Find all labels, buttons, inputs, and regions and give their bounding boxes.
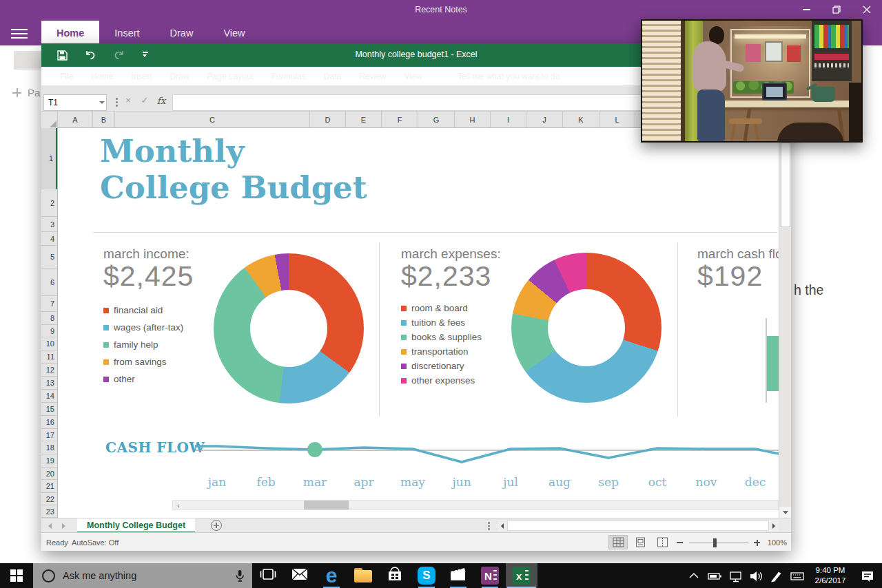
hamburger-menu-icon[interactable] bbox=[11, 29, 28, 39]
taskbar-icon-skype[interactable]: S bbox=[411, 563, 442, 588]
name-box-dropdown-icon[interactable] bbox=[99, 101, 105, 104]
row-header-19[interactable]: 19 bbox=[41, 454, 57, 468]
scrollbar-thumb[interactable] bbox=[304, 501, 349, 510]
cancel-entry-button[interactable]: × bbox=[121, 95, 135, 105]
column-header-k[interactable]: K bbox=[563, 112, 599, 128]
zoom-in-button[interactable] bbox=[754, 542, 760, 543]
close-button[interactable] bbox=[852, 0, 882, 19]
ribbon-tab-page-layout[interactable]: Page Layout bbox=[198, 72, 262, 81]
previous-sheet-icon[interactable] bbox=[48, 523, 52, 529]
ribbon-tab-draw[interactable]: Draw bbox=[161, 72, 198, 81]
insert-function-button[interactable]: fx bbox=[154, 95, 168, 106]
minimize-button[interactable] bbox=[791, 0, 821, 19]
chart-horizontal-scrollbar[interactable]: ‹ bbox=[172, 500, 779, 510]
row-header-15[interactable]: 15 bbox=[41, 403, 57, 416]
new-sheet-button[interactable] bbox=[211, 520, 222, 531]
tray-battery[interactable] bbox=[704, 563, 725, 588]
taskbar-icon-excel[interactable]: x bbox=[506, 563, 537, 588]
tray-pen[interactable] bbox=[766, 563, 787, 588]
page-layout-view-button[interactable] bbox=[630, 535, 650, 549]
ribbon-tab-home[interactable]: Home bbox=[82, 72, 122, 81]
row-header-16[interactable]: 16 bbox=[41, 416, 57, 429]
tray-volume[interactable] bbox=[746, 563, 766, 588]
zoom-out-button[interactable] bbox=[677, 542, 683, 543]
column-header-d[interactable]: D bbox=[310, 112, 346, 128]
vertical-scrollbar-thumb[interactable] bbox=[781, 143, 790, 227]
row-header-12[interactable]: 12 bbox=[41, 364, 57, 377]
onenote-page-list-item[interactable] bbox=[14, 51, 41, 70]
row-header-11[interactable]: 11 bbox=[41, 350, 57, 364]
row-header-7[interactable]: 7 bbox=[41, 296, 57, 312]
scroll-right-icon[interactable] bbox=[769, 523, 779, 529]
ribbon-tab-view[interactable]: View bbox=[396, 72, 431, 81]
cortana-search-box[interactable] bbox=[33, 563, 252, 588]
row-header-2[interactable]: 2 bbox=[41, 189, 57, 217]
normal-view-button[interactable] bbox=[608, 535, 628, 549]
row-header-23[interactable]: 23 bbox=[41, 505, 57, 518]
scroll-down-button[interactable] bbox=[779, 507, 791, 518]
sheet-tab-monthly-college-budget[interactable]: Monthly College Budget bbox=[77, 518, 195, 533]
ribbon-tab-formulas[interactable]: Formulas bbox=[263, 72, 315, 81]
start-button[interactable] bbox=[0, 563, 33, 588]
video-overlay[interactable] bbox=[641, 19, 863, 143]
onenote-tab-insert[interactable]: Insert bbox=[99, 21, 154, 45]
column-header-l[interactable]: L bbox=[599, 112, 635, 128]
column-header-i[interactable]: I bbox=[491, 112, 526, 128]
zoom-level[interactable]: 100% bbox=[765, 538, 787, 547]
zoom-slider-thumb[interactable] bbox=[713, 538, 717, 547]
column-header-f[interactable]: F bbox=[382, 112, 418, 128]
scroll-left-icon[interactable]: ‹ bbox=[177, 501, 180, 510]
taskbar-icon-onenote[interactable]: N bbox=[474, 563, 506, 588]
column-header-b[interactable]: B bbox=[93, 112, 115, 128]
onenote-tab-home[interactable]: Home bbox=[41, 21, 99, 45]
row-header-21[interactable]: 21 bbox=[41, 480, 57, 493]
taskbar-clock[interactable]: 9:40 PM2/6/2017 bbox=[808, 565, 853, 586]
column-header-c[interactable]: C bbox=[115, 112, 310, 128]
taskbar-icon-task-view[interactable] bbox=[252, 563, 284, 588]
add-page-button[interactable]: Pa bbox=[12, 87, 40, 98]
search-input[interactable] bbox=[63, 570, 234, 581]
row-header-14[interactable]: 14 bbox=[41, 390, 57, 403]
tray-hidden-icons-chevron[interactable] bbox=[684, 563, 704, 588]
row-header-17[interactable]: 17 bbox=[41, 429, 57, 441]
vertical-scrollbar[interactable] bbox=[779, 128, 791, 518]
ribbon-tab-review[interactable]: Review bbox=[350, 72, 395, 81]
column-header-g[interactable]: G bbox=[418, 112, 455, 128]
action-center-button[interactable] bbox=[853, 563, 882, 588]
taskbar-icon-edge[interactable]: e bbox=[316, 563, 347, 588]
select-all-corner[interactable] bbox=[41, 112, 58, 128]
column-header-a[interactable]: A bbox=[58, 112, 93, 128]
row-header-20[interactable]: 20 bbox=[41, 468, 57, 480]
worksheet-canvas[interactable]: Monthly College Budget march income: $2,… bbox=[58, 128, 779, 518]
taskbar-icon-file-explorer[interactable] bbox=[347, 563, 379, 588]
tray-network[interactable] bbox=[725, 563, 746, 588]
onenote-tab-draw[interactable]: Draw bbox=[155, 21, 209, 45]
tell-me-box[interactable]: Tell me what you want to do bbox=[431, 71, 560, 82]
row-header-22[interactable]: 22 bbox=[41, 493, 57, 505]
row-header-10[interactable]: 10 bbox=[41, 337, 57, 350]
restore-button[interactable] bbox=[821, 0, 852, 19]
row-header-8[interactable]: 8 bbox=[41, 312, 57, 325]
page-break-view-button[interactable] bbox=[653, 535, 672, 549]
column-header-e[interactable]: E bbox=[346, 112, 382, 128]
column-header-h[interactable]: H bbox=[455, 112, 491, 128]
name-box[interactable]: T1 bbox=[43, 94, 107, 111]
next-sheet-icon[interactable] bbox=[62, 523, 65, 529]
zoom-slider-track[interactable] bbox=[689, 543, 748, 544]
row-header-5[interactable]: 5 bbox=[41, 246, 57, 269]
scroll-left-icon[interactable] bbox=[498, 523, 507, 529]
onenote-tab-view[interactable]: View bbox=[208, 21, 260, 45]
microphone-icon[interactable] bbox=[234, 569, 245, 583]
taskbar-icon-store[interactable] bbox=[379, 563, 411, 588]
row-header-3[interactable]: 3 bbox=[41, 217, 57, 232]
row-header-6[interactable]: 6 bbox=[41, 269, 57, 296]
row-header-13[interactable]: 13 bbox=[41, 377, 57, 390]
taskbar-icon-mail[interactable] bbox=[284, 563, 316, 588]
scrollbar-thumb[interactable] bbox=[507, 521, 769, 531]
ribbon-tab-file[interactable]: File bbox=[51, 72, 82, 81]
ribbon-tab-insert[interactable]: Insert bbox=[122, 72, 161, 81]
sheet-horizontal-scrollbar[interactable] bbox=[498, 520, 779, 532]
confirm-entry-button[interactable]: ✓ bbox=[138, 95, 152, 105]
row-header-1[interactable]: 1 bbox=[41, 128, 57, 189]
column-header-j[interactable]: J bbox=[526, 112, 563, 128]
